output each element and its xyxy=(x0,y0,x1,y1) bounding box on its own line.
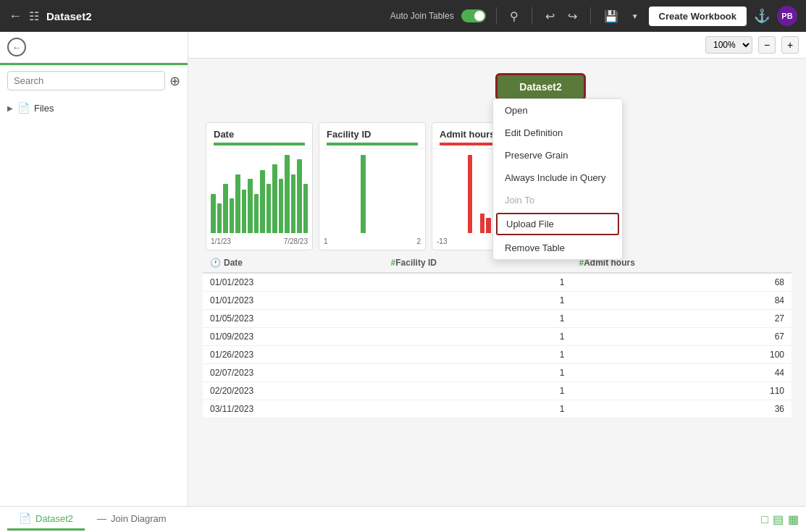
zoom-in-button[interactable]: + xyxy=(781,36,799,54)
table-cell-r4-c2: 100 xyxy=(571,346,792,364)
chart-bar xyxy=(285,155,290,233)
autojoin-label: Auto Join Tables xyxy=(390,11,454,21)
table-cell-r2-c1: 1 xyxy=(384,310,572,328)
table-row: 03/11/2023136 xyxy=(203,400,792,418)
chart-bar xyxy=(230,198,235,233)
add-button[interactable]: ⊕ xyxy=(169,73,180,89)
toggle-knob xyxy=(474,11,484,21)
autojoin-toggle[interactable] xyxy=(461,9,486,22)
table-row: 02/20/20231110 xyxy=(203,382,792,400)
chart-bar xyxy=(279,179,284,233)
chart-bar xyxy=(297,159,302,233)
card-max: 7/28/23 xyxy=(284,237,308,245)
ctx-preserve-grain[interactable]: Preserve Grain xyxy=(493,144,622,166)
bookmark-icon[interactable]: ⚓ xyxy=(754,8,770,24)
table-cell-r2-c2: 27 xyxy=(571,310,792,328)
tree-arrow-icon: ▶ xyxy=(7,104,13,112)
zoom-out-button[interactable]: − xyxy=(758,36,776,54)
table-row: 01/01/2023168 xyxy=(203,273,792,292)
chart-bar xyxy=(291,174,296,233)
redo-icon[interactable]: ↪ xyxy=(565,7,580,26)
card-chart xyxy=(319,149,425,236)
topbar: ← ☷ Dataset2 Auto Join Tables ⚲ ↩ ↪ 💾 ▼ … xyxy=(0,0,806,32)
tab-join-diagram[interactable]: ⸻Join Diagram xyxy=(85,508,178,531)
chart-bar xyxy=(217,203,222,233)
ctx-join-to: Join To xyxy=(493,189,622,211)
content-toolbar: 100% − + xyxy=(188,32,806,59)
panel-icon-2[interactable]: ▤ xyxy=(773,512,784,526)
data-table-wrapper: 🕐Date#Facility ID#Admit hours01/01/20231… xyxy=(203,253,792,418)
ctx-always-include[interactable]: Always Include in Query xyxy=(493,166,622,189)
canvas: Dataset2 Open Edit Definition Preserve G… xyxy=(188,59,806,433)
tab-label: Dataset2 xyxy=(35,513,73,524)
table-cell-r0-c1: 1 xyxy=(384,273,572,292)
zoom-select[interactable]: 100% xyxy=(705,36,752,54)
card-footer: 1/1/23 7/28/23 xyxy=(206,236,312,250)
context-menu: Open Edit Definition Preserve Grain Alwa… xyxy=(492,98,623,260)
join-diagram-icon: ⸻ xyxy=(96,512,106,524)
avatar[interactable]: PB xyxy=(777,6,797,26)
table-row: 01/09/2023167 xyxy=(203,328,792,346)
ctx-upload-file[interactable]: Upload File xyxy=(496,213,619,235)
field-card-0[interactable]: Date 1/1/23 7/28/23 xyxy=(206,122,313,250)
chart-bar xyxy=(248,179,253,233)
chart-bar xyxy=(480,214,485,233)
sidebar-back-button[interactable]: ← xyxy=(7,38,26,56)
sidebar-top: ← xyxy=(0,32,188,63)
ctx-edit-definition[interactable]: Edit Definition xyxy=(493,122,622,144)
search-input[interactable] xyxy=(7,71,165,90)
ctx-open[interactable]: Open xyxy=(493,99,622,122)
table-cell-r1-c1: 1 xyxy=(384,292,572,310)
table-row: 01/01/2023184 xyxy=(203,292,792,310)
sidebar-item-files[interactable]: ▶ 📄 Files xyxy=(7,99,180,117)
card-max: 2 xyxy=(416,237,421,245)
back-button[interactable]: ← xyxy=(9,9,22,24)
col-type-icon: 🕐 xyxy=(210,258,221,268)
panel-icon-3[interactable]: ▦ xyxy=(788,512,799,526)
field-card-1[interactable]: Facility ID 1 2 xyxy=(319,122,426,250)
table-cell-r5-c0: 02/07/2023 xyxy=(203,364,384,382)
panel-icon-1[interactable]: □ xyxy=(761,513,768,526)
chart-bar xyxy=(272,164,277,233)
table-cell-r4-c1: 1 xyxy=(384,346,572,364)
card-min: 1/1/23 xyxy=(211,237,231,245)
dataset-icon: ☷ xyxy=(29,9,39,23)
chart-bar xyxy=(223,184,228,233)
page-title: Dataset2 xyxy=(46,10,383,22)
separator2 xyxy=(532,7,532,25)
table-cell-r3-c0: 01/09/2023 xyxy=(203,328,384,346)
search-row: ⊕ xyxy=(0,65,188,96)
save-dropdown-icon[interactable]: ▼ xyxy=(629,9,642,23)
table-cell-r3-c2: 67 xyxy=(571,328,792,346)
chart-bar xyxy=(260,170,265,233)
table-cell-r7-c1: 1 xyxy=(384,400,572,418)
main-layout: ← ⊕ ▶ 📄 Files 100% − + Dat xyxy=(0,32,806,506)
col-type-icon: # xyxy=(391,258,396,268)
tab-dataset2[interactable]: 📄Dataset2 xyxy=(7,508,85,531)
separator3 xyxy=(590,7,591,25)
table-cell-r5-c2: 44 xyxy=(571,364,792,382)
table-cell-r7-c2: 36 xyxy=(571,400,792,418)
chart-bar xyxy=(242,190,247,233)
dataset-box[interactable]: Dataset2 xyxy=(495,73,585,101)
table-cell-r5-c1: 1 xyxy=(384,364,572,382)
card-header: Date xyxy=(206,123,312,149)
table-cell-r6-c2: 110 xyxy=(571,382,792,400)
card-footer: 1 2 xyxy=(319,236,425,250)
save-icon[interactable]: 💾 xyxy=(601,7,621,26)
card-chart xyxy=(206,149,312,236)
table-row: 01/26/20231100 xyxy=(203,346,792,364)
undo-icon[interactable]: ↩ xyxy=(542,7,558,26)
create-workbook-button[interactable]: Create Workbook xyxy=(649,7,747,26)
table-cell-r1-c2: 84 xyxy=(571,292,792,310)
table-cell-r2-c0: 01/05/2023 xyxy=(203,310,384,328)
table-row: 02/07/2023144 xyxy=(203,364,792,382)
table-cell-r0-c0: 01/01/2023 xyxy=(203,273,384,292)
ctx-remove-table[interactable]: Remove Table xyxy=(493,237,622,259)
filter-icon[interactable]: ⚲ xyxy=(507,7,521,26)
card-title: Facility ID xyxy=(327,129,418,140)
chart-bar xyxy=(361,155,366,233)
table-cell-r0-c2: 68 xyxy=(571,273,792,292)
chart-bar xyxy=(266,184,272,233)
card-min: 1 xyxy=(324,237,328,245)
